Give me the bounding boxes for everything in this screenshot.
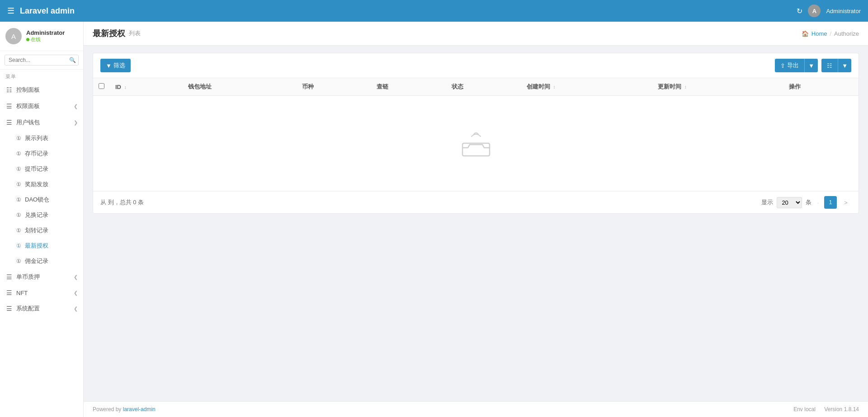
footer-link[interactable]: laravel-admin bbox=[123, 406, 156, 412]
sidebar-sub-display-list[interactable]: ① 展示列表 bbox=[0, 131, 83, 146]
sub-item-label: 存币记录 bbox=[25, 150, 48, 158]
chevron-right-icon: ❮ bbox=[74, 306, 78, 312]
sidebar-item-system-config[interactable]: ☰ 系统配置 ❮ bbox=[0, 300, 83, 317]
col-id-label: ID bbox=[115, 84, 121, 90]
sidebar-sub-reward-distribution[interactable]: ① 奖励发放 bbox=[0, 177, 83, 192]
sidebar-sub-redeem-records[interactable]: ① 兑换记录 bbox=[0, 207, 83, 223]
sidebar-item-nft[interactable]: ☰ NFT ❮ bbox=[0, 285, 83, 300]
breadcrumb: 🏠 Home / Authorize bbox=[802, 30, 859, 37]
sidebar-item-dashboard[interactable]: ☷ 控制面板 bbox=[0, 82, 83, 98]
sort-created-icon[interactable]: ↕ bbox=[553, 84, 555, 89]
sort-updated-icon[interactable]: ↕ bbox=[684, 84, 687, 89]
pagination-summary: 从 到，总共 0 条 bbox=[100, 198, 144, 206]
top-nav-right: ↻ A Administrator bbox=[797, 5, 861, 17]
col-wallet-label: 钱包地址 bbox=[188, 83, 212, 90]
col-created-at: 创建时间 ↕ bbox=[521, 78, 652, 96]
empty-state-cell bbox=[93, 96, 859, 191]
breadcrumb-home-link[interactable]: Home bbox=[811, 30, 827, 37]
circle-icon: ① bbox=[16, 212, 21, 218]
export-icon: ⇧ bbox=[780, 62, 785, 69]
table-view-button[interactable]: ☷ bbox=[821, 59, 838, 72]
toolbar-left: ▼ 筛选 bbox=[100, 59, 131, 72]
sidebar-username: Administrator bbox=[26, 29, 65, 36]
view-dropdown-button[interactable]: ▼ bbox=[838, 59, 851, 72]
app-brand: Laravel admin bbox=[20, 6, 75, 16]
config-icon: ☰ bbox=[5, 305, 13, 312]
main-body: ▼ 筛选 ⇧ 导出 ▼ bbox=[84, 46, 868, 401]
table-body bbox=[93, 96, 859, 191]
page-1-button[interactable]: 1 bbox=[824, 196, 837, 209]
footer-right: Env local Version 1.8.14 bbox=[793, 406, 859, 412]
col-actions-label: 操作 bbox=[789, 83, 801, 90]
content-panel: ▼ 筛选 ⇧ 导出 ▼ bbox=[93, 53, 859, 214]
display-label: 显示 bbox=[761, 198, 773, 206]
sidebar-search-container: 🔍 bbox=[0, 51, 83, 70]
sub-item-label: 兑换记录 bbox=[25, 211, 48, 219]
sort-id-icon[interactable]: ↕ bbox=[124, 85, 127, 90]
sidebar-item-label: 权限面板 bbox=[16, 102, 40, 110]
col-updated-at-label: 更新时间 bbox=[658, 83, 681, 90]
sidebar-user: A Administrator 在线 bbox=[0, 22, 83, 51]
sidebar-item-label: 系统配置 bbox=[16, 305, 40, 313]
col-chain: 查链 bbox=[371, 78, 446, 96]
filter-icon: ▼ bbox=[106, 62, 112, 69]
empty-state-row bbox=[93, 96, 859, 191]
top-nav: ☰ Laravel admin ↻ A Administrator bbox=[0, 0, 868, 22]
sidebar-item-user-wallet[interactable]: ☰ 用户钱包 ❯ bbox=[0, 114, 83, 131]
sidebar-sub-withdrawal-records[interactable]: ① 提币记录 bbox=[0, 161, 83, 177]
sidebar-item-label: 单币质押 bbox=[16, 273, 40, 281]
top-nav-left: ☰ Laravel admin bbox=[7, 6, 75, 16]
export-button[interactable]: ⇧ 导出 bbox=[775, 59, 804, 72]
table-head: ID ↕ 钱包地址 币种 查链 bbox=[93, 78, 859, 96]
col-chain-label: 查链 bbox=[377, 83, 388, 90]
sidebar-sub-deposit-records[interactable]: ① 存币记录 bbox=[0, 146, 83, 161]
main-header: 最新授权 列表 🏠 Home / Authorize bbox=[84, 22, 868, 46]
select-all-checkbox[interactable] bbox=[99, 83, 104, 89]
pagination-bar: 从 到，总共 0 条 显示 10 20 50 100 条 · 1 > bbox=[93, 191, 859, 213]
sidebar-sub-latest-authorize[interactable]: ① 最新授权 bbox=[0, 238, 83, 253]
search-input[interactable] bbox=[5, 55, 79, 66]
filter-button[interactable]: ▼ 筛选 bbox=[100, 59, 131, 72]
empty-icon bbox=[458, 127, 494, 159]
export-btn-group: ⇧ 导出 ▼ bbox=[775, 59, 818, 72]
refresh-icon[interactable]: ↻ bbox=[797, 7, 802, 15]
toolbar: ▼ 筛选 ⇧ 导出 ▼ bbox=[93, 53, 859, 78]
sub-item-label: 提币记录 bbox=[25, 165, 48, 173]
main-content: 最新授权 列表 🏠 Home / Authorize ▼ 筛选 bbox=[84, 22, 868, 417]
sidebar-sub-commission-records[interactable]: ① 佣金记录 bbox=[0, 253, 83, 269]
page-size-select[interactable]: 10 20 50 100 bbox=[777, 197, 802, 208]
breadcrumb-separator: / bbox=[830, 30, 831, 37]
chevron-down-icon: ❯ bbox=[74, 120, 78, 126]
page-next-button[interactable]: > bbox=[840, 196, 851, 209]
layout: A Administrator 在线 🔍 菜单 ☷ 控制面板 bbox=[0, 22, 868, 417]
sub-item-label: DAO锁仓 bbox=[25, 196, 49, 204]
permission-icon: ☰ bbox=[5, 103, 13, 110]
export-dropdown-button[interactable]: ▼ bbox=[804, 59, 818, 72]
sidebar-sub-transfer-records[interactable]: ① 划转记录 bbox=[0, 223, 83, 238]
sidebar-item-label: NFT bbox=[16, 290, 28, 296]
view-btn-group: ☷ ▼ bbox=[821, 59, 851, 72]
sidebar-toggle[interactable]: ☰ bbox=[7, 6, 14, 16]
sub-item-label: 展示列表 bbox=[25, 134, 48, 142]
col-id: ID ↕ bbox=[110, 78, 183, 96]
page-title: 最新授权 bbox=[93, 28, 125, 39]
col-wallet: 钱包地址 bbox=[183, 78, 297, 96]
sub-item-label: 奖励发放 bbox=[25, 180, 48, 188]
wallet-icon: ☰ bbox=[5, 119, 13, 126]
sidebar: A Administrator 在线 🔍 菜单 ☷ 控制面板 bbox=[0, 22, 84, 417]
sub-item-label: 划转记录 bbox=[25, 226, 48, 234]
sidebar-item-single-staking[interactable]: ☰ 单币质押 ❮ bbox=[0, 269, 83, 285]
chevron-right-icon: ❮ bbox=[74, 103, 78, 109]
col-created-at-label: 创建时间 bbox=[527, 83, 550, 90]
sidebar-item-permission[interactable]: ☰ 权限面板 ❮ bbox=[0, 98, 83, 114]
empty-state bbox=[99, 100, 853, 186]
sidebar-sub-dao-lock[interactable]: ① DAO锁仓 bbox=[0, 192, 83, 207]
main-footer: Powered by laravel-admin Env local Versi… bbox=[84, 401, 868, 417]
sidebar-avatar: A bbox=[5, 28, 22, 44]
checkbox-header bbox=[93, 78, 110, 96]
col-currency-label: 币种 bbox=[302, 83, 314, 90]
col-currency: 币种 bbox=[297, 78, 372, 96]
top-username: Administrator bbox=[826, 8, 861, 14]
circle-icon: ① bbox=[16, 135, 21, 141]
sidebar-item-label: 控制面板 bbox=[16, 86, 40, 94]
